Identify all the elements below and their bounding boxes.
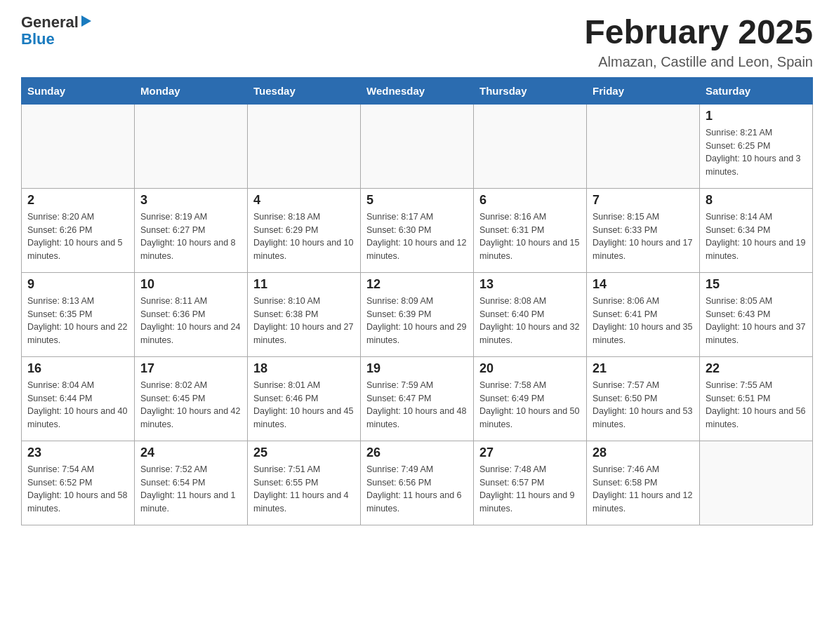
title-block: February 2025 Almazan, Castille and Leon…: [584, 14, 813, 70]
day-info: Sunrise: 8:09 AMSunset: 6:39 PMDaylight:…: [366, 295, 468, 347]
calendar-week-row: 16Sunrise: 8:04 AMSunset: 6:44 PMDayligh…: [22, 356, 813, 441]
day-info: Sunrise: 8:05 AMSunset: 6:43 PMDaylight:…: [706, 295, 807, 347]
calendar-day-cell: 13Sunrise: 8:08 AMSunset: 6:40 PMDayligh…: [474, 272, 587, 356]
day-info: Sunrise: 8:18 AMSunset: 6:29 PMDaylight:…: [253, 210, 355, 263]
day-number: 19: [366, 361, 468, 376]
day-number: 18: [253, 361, 355, 376]
weekday-header-thursday: Thursday: [474, 77, 587, 104]
day-number: 1: [706, 109, 807, 123]
day-info: Sunrise: 8:15 AMSunset: 6:33 PMDaylight:…: [593, 210, 694, 263]
day-info: Sunrise: 7:46 AMSunset: 6:58 PMDaylight:…: [593, 463, 694, 516]
day-number: 2: [27, 193, 128, 208]
calendar-week-row: 2Sunrise: 8:20 AMSunset: 6:26 PMDaylight…: [22, 188, 813, 272]
weekday-header-saturday: Saturday: [700, 77, 813, 104]
calendar-day-cell: 4Sunrise: 8:18 AMSunset: 6:29 PMDaylight…: [248, 188, 361, 272]
day-info: Sunrise: 7:51 AMSunset: 6:55 PMDaylight:…: [253, 463, 355, 516]
calendar-day-cell: 27Sunrise: 7:48 AMSunset: 6:57 PMDayligh…: [474, 441, 587, 525]
day-info: Sunrise: 7:59 AMSunset: 6:47 PMDaylight:…: [366, 379, 468, 431]
day-number: 4: [253, 193, 355, 208]
day-info: Sunrise: 8:06 AMSunset: 6:41 PMDaylight:…: [593, 295, 694, 347]
day-number: 22: [706, 361, 807, 376]
logo-general-text: General: [21, 14, 79, 31]
calendar-week-row: 1Sunrise: 8:21 AMSunset: 6:25 PMDaylight…: [22, 104, 813, 188]
calendar-header-row: SundayMondayTuesdayWednesdayThursdayFrid…: [22, 77, 813, 104]
calendar-day-cell: 11Sunrise: 8:10 AMSunset: 6:38 PMDayligh…: [248, 272, 361, 356]
calendar-day-cell: 17Sunrise: 8:02 AMSunset: 6:45 PMDayligh…: [135, 356, 248, 441]
calendar-day-cell: 24Sunrise: 7:52 AMSunset: 6:54 PMDayligh…: [135, 441, 248, 525]
day-info: Sunrise: 7:49 AMSunset: 6:56 PMDaylight:…: [366, 463, 468, 516]
day-info: Sunrise: 8:19 AMSunset: 6:27 PMDaylight:…: [140, 210, 241, 263]
day-info: Sunrise: 7:52 AMSunset: 6:54 PMDaylight:…: [140, 463, 241, 516]
day-number: 7: [593, 193, 694, 208]
calendar-day-cell: [700, 441, 813, 525]
day-info: Sunrise: 8:01 AMSunset: 6:46 PMDaylight:…: [253, 379, 355, 431]
logo-arrow-icon: [81, 15, 91, 27]
calendar-table: SundayMondayTuesdayWednesdayThursdayFrid…: [21, 77, 813, 525]
logo-blue-text: Blue: [21, 31, 55, 48]
calendar-day-cell: [22, 104, 135, 188]
calendar-day-cell: 3Sunrise: 8:19 AMSunset: 6:27 PMDaylight…: [135, 188, 248, 272]
calendar-day-cell: 15Sunrise: 8:05 AMSunset: 6:43 PMDayligh…: [700, 272, 813, 356]
day-info: Sunrise: 8:04 AMSunset: 6:44 PMDaylight:…: [27, 379, 128, 431]
subtitle: Almazan, Castille and Leon, Spain: [584, 54, 813, 70]
day-info: Sunrise: 8:08 AMSunset: 6:40 PMDaylight:…: [479, 295, 581, 347]
day-number: 11: [253, 277, 355, 292]
day-info: Sunrise: 8:11 AMSunset: 6:36 PMDaylight:…: [140, 295, 241, 347]
day-number: 24: [140, 445, 241, 460]
main-title: February 2025: [584, 14, 813, 51]
weekday-header-wednesday: Wednesday: [361, 77, 474, 104]
calendar-day-cell: 28Sunrise: 7:46 AMSunset: 6:58 PMDayligh…: [587, 441, 700, 525]
day-info: Sunrise: 7:48 AMSunset: 6:57 PMDaylight:…: [479, 463, 581, 516]
day-info: Sunrise: 8:02 AMSunset: 6:45 PMDaylight:…: [140, 379, 241, 431]
day-number: 8: [706, 193, 807, 208]
calendar-day-cell: [135, 104, 248, 188]
day-number: 3: [140, 193, 241, 208]
day-number: 15: [706, 277, 807, 292]
calendar-day-cell: [248, 104, 361, 188]
day-info: Sunrise: 7:58 AMSunset: 6:49 PMDaylight:…: [479, 379, 581, 431]
calendar-day-cell: 7Sunrise: 8:15 AMSunset: 6:33 PMDaylight…: [587, 188, 700, 272]
weekday-header-sunday: Sunday: [22, 77, 135, 104]
calendar-day-cell: 19Sunrise: 7:59 AMSunset: 6:47 PMDayligh…: [361, 356, 474, 441]
calendar-day-cell: 1Sunrise: 8:21 AMSunset: 6:25 PMDaylight…: [700, 104, 813, 188]
day-number: 17: [140, 361, 241, 376]
calendar-day-cell: 16Sunrise: 8:04 AMSunset: 6:44 PMDayligh…: [22, 356, 135, 441]
day-info: Sunrise: 8:20 AMSunset: 6:26 PMDaylight:…: [27, 210, 128, 263]
logo: General Blue: [21, 14, 91, 48]
day-info: Sunrise: 8:13 AMSunset: 6:35 PMDaylight:…: [27, 295, 128, 347]
calendar-day-cell: 14Sunrise: 8:06 AMSunset: 6:41 PMDayligh…: [587, 272, 700, 356]
calendar-day-cell: 22Sunrise: 7:55 AMSunset: 6:51 PMDayligh…: [700, 356, 813, 441]
day-info: Sunrise: 8:10 AMSunset: 6:38 PMDaylight:…: [253, 295, 355, 347]
day-number: 10: [140, 277, 241, 292]
calendar-day-cell: 9Sunrise: 8:13 AMSunset: 6:35 PMDaylight…: [22, 272, 135, 356]
day-number: 27: [479, 445, 581, 460]
calendar-day-cell: [587, 104, 700, 188]
calendar-day-cell: 10Sunrise: 8:11 AMSunset: 6:36 PMDayligh…: [135, 272, 248, 356]
day-info: Sunrise: 7:54 AMSunset: 6:52 PMDaylight:…: [27, 463, 128, 516]
calendar-week-row: 9Sunrise: 8:13 AMSunset: 6:35 PMDaylight…: [22, 272, 813, 356]
day-number: 21: [593, 361, 694, 376]
weekday-header-monday: Monday: [135, 77, 248, 104]
day-number: 23: [27, 445, 128, 460]
calendar-day-cell: 8Sunrise: 8:14 AMSunset: 6:34 PMDaylight…: [700, 188, 813, 272]
calendar-day-cell: 18Sunrise: 8:01 AMSunset: 6:46 PMDayligh…: [248, 356, 361, 441]
day-number: 14: [593, 277, 694, 292]
weekday-header-friday: Friday: [587, 77, 700, 104]
calendar-day-cell: 12Sunrise: 8:09 AMSunset: 6:39 PMDayligh…: [361, 272, 474, 356]
calendar-day-cell: [361, 104, 474, 188]
calendar-day-cell: [474, 104, 587, 188]
weekday-header-tuesday: Tuesday: [248, 77, 361, 104]
calendar-week-row: 23Sunrise: 7:54 AMSunset: 6:52 PMDayligh…: [22, 441, 813, 525]
day-info: Sunrise: 7:57 AMSunset: 6:50 PMDaylight:…: [593, 379, 694, 431]
day-info: Sunrise: 8:14 AMSunset: 6:34 PMDaylight:…: [706, 210, 807, 263]
day-number: 9: [27, 277, 128, 292]
day-info: Sunrise: 8:17 AMSunset: 6:30 PMDaylight:…: [366, 210, 468, 263]
day-info: Sunrise: 7:55 AMSunset: 6:51 PMDaylight:…: [706, 379, 807, 431]
day-number: 5: [366, 193, 468, 208]
day-info: Sunrise: 8:16 AMSunset: 6:31 PMDaylight:…: [479, 210, 581, 263]
calendar-day-cell: 20Sunrise: 7:58 AMSunset: 6:49 PMDayligh…: [474, 356, 587, 441]
calendar-day-cell: 2Sunrise: 8:20 AMSunset: 6:26 PMDaylight…: [22, 188, 135, 272]
day-number: 25: [253, 445, 355, 460]
calendar-day-cell: 6Sunrise: 8:16 AMSunset: 6:31 PMDaylight…: [474, 188, 587, 272]
day-number: 16: [27, 361, 128, 376]
